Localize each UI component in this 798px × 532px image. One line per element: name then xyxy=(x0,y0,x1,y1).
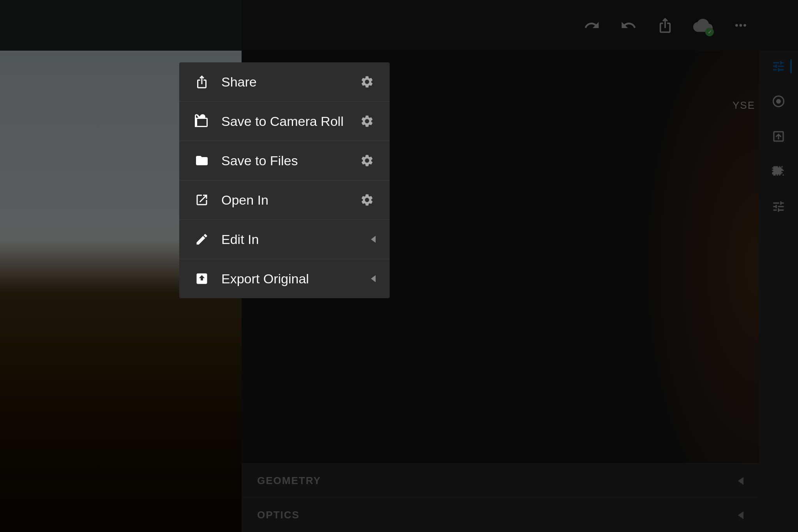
share-menu-icon xyxy=(193,73,210,90)
edit-in-label: Edit In xyxy=(221,232,363,247)
overlay xyxy=(0,0,798,532)
menu-item-edit-in[interactable]: Edit In xyxy=(179,220,390,259)
camera-roll-gear-icon[interactable] xyxy=(358,113,376,130)
save-files-label: Save to Files xyxy=(221,153,358,168)
save-files-gear-icon[interactable] xyxy=(358,152,376,169)
export-dropdown-menu: Share Save to Camera Roll Save to Files xyxy=(179,62,390,298)
camera-roll-icon xyxy=(193,113,210,130)
menu-item-open-in[interactable]: Open In xyxy=(179,180,390,220)
open-in-label: Open In xyxy=(221,193,358,208)
save-camera-roll-label: Save to Camera Roll xyxy=(221,114,358,129)
menu-item-share[interactable]: Share xyxy=(179,62,390,102)
menu-item-save-files[interactable]: Save to Files xyxy=(179,141,390,180)
save-files-icon xyxy=(193,152,210,169)
menu-item-save-camera-roll[interactable]: Save to Camera Roll xyxy=(179,102,390,141)
edit-in-icon xyxy=(193,231,210,248)
export-original-icon xyxy=(193,270,210,287)
edit-in-chevron xyxy=(371,236,376,243)
share-label: Share xyxy=(221,74,358,90)
menu-item-export-original[interactable]: Export Original xyxy=(179,259,390,298)
share-gear-icon[interactable] xyxy=(358,73,376,90)
export-original-label: Export Original xyxy=(221,271,363,286)
export-original-chevron xyxy=(371,275,376,282)
open-in-gear-icon[interactable] xyxy=(358,191,376,209)
open-in-icon xyxy=(193,191,210,209)
